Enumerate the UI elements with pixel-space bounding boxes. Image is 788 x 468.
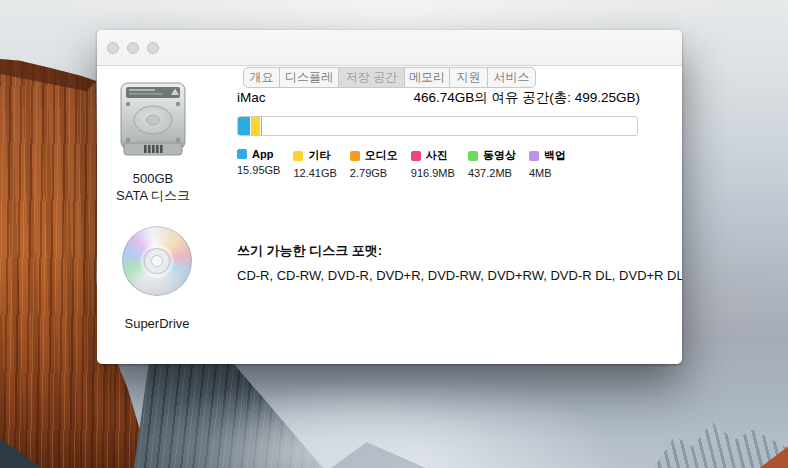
titlebar[interactable]	[97, 30, 682, 66]
traffic-lights	[107, 42, 159, 54]
legend-label: 기타	[308, 148, 330, 163]
legend-color-swatch	[411, 151, 421, 161]
legend-item-2: 기타12.41GB	[293, 148, 336, 179]
legend-value: 437.2MB	[468, 167, 516, 179]
free-space-text: 466.74GB의 여유 공간(총: 499.25GB)	[413, 89, 640, 107]
legend-label: 백업	[544, 148, 566, 163]
device-name: iMac	[237, 90, 266, 105]
legend-item-1: App15.95GB	[237, 148, 280, 179]
legend-item-header: 백업	[529, 148, 566, 163]
about-this-mac-window: 개요디스플레이저장 공간메모리지원서비스	[97, 30, 682, 364]
storage-legend: App15.95GB기타12.41GB오디오2.79GB사진916.9MB동영상…	[237, 148, 566, 179]
superdrive-icon	[122, 226, 192, 296]
legend-label: App	[252, 148, 273, 160]
legend-color-swatch	[529, 151, 539, 161]
legend-value: 15.95GB	[237, 164, 280, 176]
legend-color-swatch	[468, 151, 478, 161]
minimize-button[interactable]	[127, 42, 139, 54]
superdrive-label: SuperDrive	[97, 316, 217, 331]
legend-item-4: 사진916.9MB	[411, 148, 455, 179]
legend-item-header: 사진	[411, 148, 455, 163]
legend-label: 오디오	[365, 148, 398, 163]
legend-item-5: 동영상437.2MB	[468, 148, 516, 179]
legend-color-swatch	[237, 149, 247, 159]
disk-size-label: 500GB	[97, 170, 209, 187]
legend-item-header: 기타	[293, 148, 336, 163]
legend-value: 2.79GB	[350, 167, 398, 179]
legend-item-3: 오디오2.79GB	[350, 148, 398, 179]
legend-label: 동영상	[483, 148, 516, 163]
disk-type-label: SATA 디스크	[97, 187, 209, 204]
legend-item-header: App	[237, 148, 280, 160]
storage-pane: 500GB SATA 디스크 SuperDrive iMac 466.74GB의…	[97, 66, 682, 364]
writable-formats-list: CD-R, CD-RW, DVD-R, DVD+R, DVD-RW, DVD+R…	[237, 268, 682, 283]
legend-label: 사진	[426, 148, 448, 163]
legend-color-swatch	[293, 151, 303, 161]
storage-header-row: iMac 466.74GB의 여유 공간(총: 499.25GB)	[237, 89, 640, 107]
legend-value: 916.9MB	[411, 167, 455, 179]
disc-hole	[151, 255, 163, 267]
hard-drive-icon	[120, 82, 186, 160]
legend-color-swatch	[350, 151, 360, 161]
storage-usage-bar	[237, 116, 638, 136]
screen: 개요디스플레이저장 공간메모리지원서비스	[0, 0, 788, 468]
legend-item-header: 동영상	[468, 148, 516, 163]
writable-formats-heading: 쓰기 가능한 디스크 포맷:	[237, 242, 382, 260]
legend-value: 12.41GB	[293, 167, 336, 179]
legend-value: 4MB	[529, 167, 566, 179]
storage-segment-1	[238, 117, 251, 135]
close-button[interactable]	[107, 42, 119, 54]
disk-label: 500GB SATA 디스크	[97, 170, 209, 204]
storage-segment-2	[251, 117, 261, 135]
legend-item-6: 백업4MB	[529, 148, 566, 179]
zoom-button[interactable]	[147, 42, 159, 54]
storage-segment-6	[265, 117, 266, 135]
legend-item-header: 오디오	[350, 148, 398, 163]
